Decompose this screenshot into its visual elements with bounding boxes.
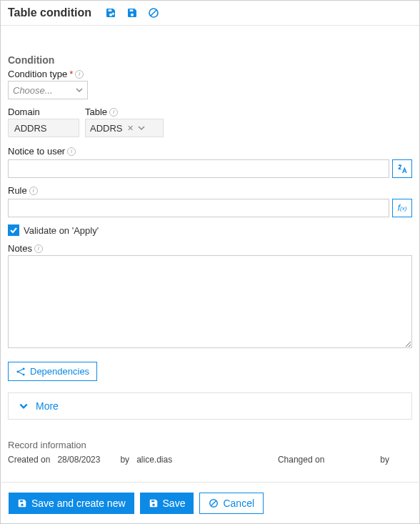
notes-textarea[interactable] — [8, 255, 412, 348]
chevron-down-icon — [138, 124, 145, 132]
svg-line-6 — [211, 501, 216, 506]
notice-label: Notice to user i — [8, 146, 76, 157]
record-info-heading: Record information — [8, 440, 412, 450]
save-button[interactable]: Save — [140, 493, 194, 514]
condition-type-label-text: Condition type — [8, 69, 67, 79]
page-title: Table condition — [8, 6, 91, 19]
info-icon[interactable]: i — [29, 187, 38, 195]
notes-field: Notes i — [8, 243, 412, 350]
info-icon[interactable]: i — [109, 108, 118, 117]
translate-button[interactable] — [392, 159, 412, 178]
section-heading: Condition — [8, 54, 412, 66]
save-create-new-icon[interactable] — [104, 6, 117, 19]
notice-input[interactable] — [8, 159, 389, 178]
condition-type-label: Condition type* i — [8, 69, 84, 79]
record-line: Created on 28/08/2023 by alice.dias Chan… — [8, 455, 412, 465]
table-field: Table i ADDRS ✕ — [85, 107, 164, 137]
created-by-label: by — [120, 455, 129, 465]
chevron-down-icon — [76, 86, 83, 94]
notes-label-text: Notes — [8, 243, 32, 254]
notice-field: Notice to user i — [8, 146, 412, 178]
created-on-label: Created on — [8, 455, 50, 465]
more-toggle[interactable]: More — [8, 392, 412, 420]
table-value: ADDRS — [90, 123, 123, 134]
rule-label: Rule i — [8, 185, 38, 196]
save-create-new-icon — [17, 498, 27, 508]
condition-type-select[interactable]: Choose... — [8, 81, 88, 99]
table-label: Table i — [85, 107, 164, 117]
validate-label: Validate on 'Apply' — [24, 225, 99, 236]
cancel-label: Cancel — [223, 498, 254, 509]
table-label-text: Table — [85, 107, 107, 117]
dependencies-label: Dependencies — [30, 366, 89, 377]
info-icon[interactable]: i — [34, 244, 43, 253]
rule-input[interactable] — [8, 199, 389, 217]
save-label: Save — [163, 498, 186, 509]
domain-value: ADDRS — [8, 119, 79, 137]
condition-type-field: Condition type* i Choose... — [8, 69, 412, 99]
changed-by-label: by — [380, 455, 389, 465]
record-info: Record information Created on 28/08/2023… — [8, 440, 412, 465]
more-label: More — [36, 400, 59, 412]
validate-checkbox-row: Validate on 'Apply' — [8, 224, 412, 236]
rule-field: Rule i f(x) — [8, 185, 412, 217]
notice-label-text: Notice to user — [8, 146, 65, 157]
cancel-icon — [209, 498, 219, 508]
cancel-icon[interactable] — [147, 6, 160, 19]
svg-line-1 — [151, 10, 156, 16]
changed-on-label: Changed on — [278, 455, 324, 465]
clear-icon[interactable]: ✕ — [127, 124, 134, 133]
function-button[interactable]: f(x) — [392, 199, 412, 217]
required-marker: * — [69, 69, 73, 79]
cancel-button[interactable]: Cancel — [199, 493, 264, 514]
notes-label: Notes i — [8, 243, 43, 254]
save-icon — [149, 498, 159, 508]
save-icon[interactable] — [126, 6, 139, 19]
info-icon[interactable]: i — [75, 70, 84, 79]
chevron-down-icon — [19, 401, 29, 411]
domain-field: Domain ADDRS — [8, 107, 79, 137]
info-icon[interactable]: i — [67, 147, 76, 156]
dependencies-button[interactable]: Dependencies — [8, 362, 97, 381]
rule-label-text: Rule — [8, 185, 27, 196]
created-on-value: 28/08/2023 — [57, 455, 100, 465]
condition-type-placeholder: Choose... — [13, 85, 53, 96]
footer-actions: Save and create new Save Cancel — [0, 482, 420, 524]
page-header: Table condition — [1, 1, 419, 26]
save-create-new-label: Save and create new — [31, 498, 126, 509]
created-by-value: alice.dias — [136, 455, 172, 465]
form-content: Condition Condition type* i Choose... Do… — [1, 26, 419, 472]
domain-label: Domain — [8, 107, 79, 117]
dependencies-icon — [16, 367, 26, 377]
validate-checkbox[interactable] — [8, 224, 19, 236]
table-select[interactable]: ADDRS ✕ — [85, 119, 164, 137]
domain-table-row: Domain ADDRS Table i ADDRS ✕ — [8, 107, 412, 137]
save-create-new-button[interactable]: Save and create new — [9, 493, 134, 514]
